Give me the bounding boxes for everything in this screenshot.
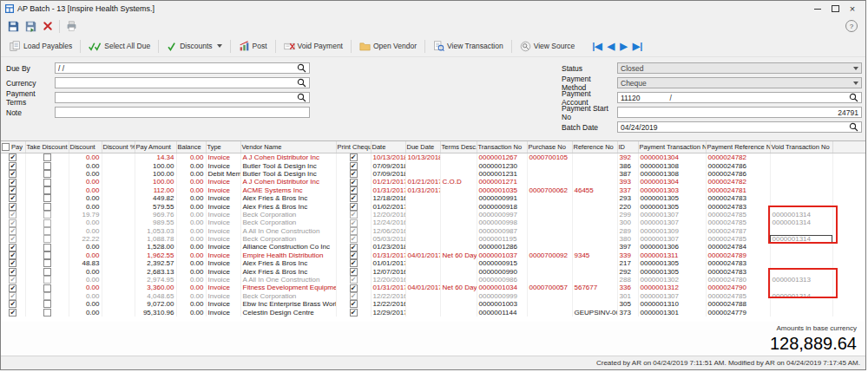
cell-pay-amount[interactable]: 2,392.57 xyxy=(135,259,176,267)
cell-payment-reference-no[interactable]: 0000024785 xyxy=(706,219,770,226)
currency-field[interactable] xyxy=(55,77,310,88)
cell-vendor[interactable]: Celestin Design Centre xyxy=(240,308,336,316)
col-header-discount-pct[interactable]: Discount % xyxy=(102,141,135,153)
cell-balance[interactable]: 0.00 xyxy=(176,153,206,162)
take-discount-checkbox[interactable] xyxy=(43,219,51,227)
cell-discount-pct[interactable] xyxy=(102,284,135,291)
cell-print-cheque[interactable]: ✔ xyxy=(336,300,371,308)
delete-button[interactable] xyxy=(39,18,56,34)
print-cheque-checkbox[interactable]: ✔ xyxy=(350,162,358,170)
cell-vendor[interactable]: Beck Corporation xyxy=(240,235,336,243)
cell-payment-transaction-no[interactable]: 0000001307 xyxy=(638,292,706,300)
table-row[interactable]: ✔0.004,048.650.00InvoiceBeck Corporation… xyxy=(1,292,865,300)
cell-pay[interactable]: ✔ xyxy=(1,219,25,226)
cell-purchase-no[interactable]: 0000700057 xyxy=(527,284,572,291)
search-icon[interactable] xyxy=(297,93,306,102)
cell-type[interactable]: Invoice xyxy=(206,161,240,169)
cell-purchase-no[interactable] xyxy=(527,292,572,300)
cell-id[interactable]: 373 xyxy=(617,308,638,316)
cell-id[interactable]: 336 xyxy=(617,284,638,291)
cell-date[interactable]: 12/22/2016 xyxy=(371,292,405,300)
cell-print-cheque[interactable]: ✔ xyxy=(336,267,371,275)
cell-id[interactable]: 300 xyxy=(617,219,638,226)
cell-print-cheque[interactable]: ✔ xyxy=(336,186,371,194)
cell-payment-transaction-no[interactable]: 0000001305 xyxy=(638,259,706,267)
cell-vendor[interactable]: A All In One Construction xyxy=(240,227,336,235)
cell-payment-transaction-no[interactable]: 0000001306 xyxy=(638,243,706,251)
cell-vendor[interactable]: Beck Corporation xyxy=(240,211,336,219)
search-icon[interactable] xyxy=(297,63,306,73)
cell-print-cheque[interactable]: ✔ xyxy=(336,202,371,210)
take-discount-checkbox[interactable] xyxy=(43,259,51,267)
cell-payment-transaction-no[interactable]: 0000001303 xyxy=(638,186,706,194)
cell-transaction-no[interactable]: 0000000991 xyxy=(477,194,527,202)
cell-date[interactable]: 12/20/2016 xyxy=(371,211,405,219)
table-row[interactable]: ✔0.0095,310.960.00InvoiceCelestin Design… xyxy=(1,308,865,316)
cell-terms[interactable] xyxy=(440,170,477,178)
cell-discount[interactable]: 0.00 xyxy=(69,243,102,251)
pay-checkbox[interactable]: ✔ xyxy=(9,211,16,219)
cell-pay[interactable]: ✔ xyxy=(1,292,25,300)
cell-payment-reference-no[interactable]: 0000024785 xyxy=(706,211,770,219)
note-field[interactable] xyxy=(55,107,310,118)
cell-reference-no[interactable]: 567677 xyxy=(572,284,617,291)
void-payment-button[interactable]: Void Payment xyxy=(279,37,348,55)
print-cheque-checkbox[interactable]: ✔ xyxy=(350,194,358,202)
payment-method-select[interactable]: Cheque xyxy=(617,77,862,88)
cell-id[interactable]: 393 xyxy=(617,178,638,186)
cell-terms[interactable] xyxy=(440,153,477,162)
cell-void-transaction-no[interactable] xyxy=(770,243,832,251)
cell-transaction-no[interactable]: 0000001034 xyxy=(477,284,527,291)
cell-pay-amount[interactable]: 112.00 xyxy=(135,186,176,194)
col-header-take-discount[interactable]: Take Discount xyxy=(25,141,69,153)
cell-pay-amount[interactable]: 9,072.00 xyxy=(135,300,176,308)
cell-due-date[interactable] xyxy=(405,235,440,243)
minimize-button[interactable] xyxy=(809,3,826,15)
cell-balance[interactable]: 0.00 xyxy=(176,170,206,178)
take-discount-checkbox[interactable] xyxy=(43,170,51,178)
print-cheque-checkbox[interactable]: ✔ xyxy=(350,309,358,317)
cell-balance[interactable]: 0.00 xyxy=(176,227,206,235)
cell-void-transaction-no[interactable] xyxy=(770,251,832,259)
cell-type[interactable]: Invoice xyxy=(206,300,240,308)
cell-terms[interactable]: Net 60 Days xyxy=(440,284,477,291)
cell-vendor[interactable]: Butler Tool & Design Inc xyxy=(240,161,336,169)
cell-vendor[interactable]: A J Cohen Distributor Inc xyxy=(240,153,336,162)
cell-pay[interactable]: ✔ xyxy=(1,227,25,235)
cell-transaction-no[interactable]: 0000001144 xyxy=(477,308,527,316)
cell-pay[interactable]: ✔ xyxy=(1,251,25,259)
cell-due-date[interactable] xyxy=(405,211,440,219)
cell-date[interactable]: 12/06/2016 xyxy=(371,227,405,235)
cell-date[interactable]: 01/01/2017 xyxy=(371,259,405,267)
cell-id[interactable]: 387 xyxy=(617,170,638,178)
table-row[interactable]: ✔0.00100.000.00Debit MemoButler Tool & D… xyxy=(1,170,865,178)
cell-transaction-no[interactable]: 0000001267 xyxy=(477,153,527,162)
cell-print-cheque[interactable]: ✔ xyxy=(336,284,371,291)
payment-account-field[interactable]: 11120 / xyxy=(617,92,862,103)
cell-discount[interactable]: 0.00 xyxy=(69,267,102,275)
view-transaction-button[interactable]: View Transaction xyxy=(428,37,509,55)
pay-checkbox[interactable]: ✔ xyxy=(9,170,16,178)
cell-terms[interactable] xyxy=(440,267,477,275)
cell-purchase-no[interactable] xyxy=(527,194,572,202)
col-header-payment-transaction-no[interactable]: Payment Transaction No xyxy=(638,141,706,153)
table-row[interactable]: ✔48.832,392.570.00InvoiceAlex Fries & Br… xyxy=(1,259,865,267)
cell-payment-reference-no[interactable]: 0000024786 xyxy=(706,170,770,178)
cell-id[interactable]: 301 xyxy=(617,292,638,300)
cell-pay[interactable]: ✔ xyxy=(1,202,25,210)
cell-vendor[interactable]: Butler Tool & Design Inc xyxy=(240,170,336,178)
cell-due-date[interactable] xyxy=(405,292,440,300)
take-discount-checkbox[interactable] xyxy=(43,292,51,300)
cell-due-date[interactable]: 01/31/2017 xyxy=(405,186,440,194)
cell-purchase-no[interactable] xyxy=(527,235,572,243)
cell-vendor[interactable]: Alex Fries & Bros Inc xyxy=(240,194,336,202)
cell-print-cheque[interactable]: ✔ xyxy=(336,235,371,243)
cell-payment-reference-no[interactable]: 0000024782 xyxy=(706,178,770,186)
pay-checkbox[interactable]: ✔ xyxy=(9,284,16,292)
cell-purchase-no[interactable] xyxy=(527,178,572,186)
cell-reference-no[interactable] xyxy=(572,276,617,284)
cell-pay[interactable]: ✔ xyxy=(1,284,25,291)
cell-payment-reference-no[interactable]: 0000024786 xyxy=(706,161,770,169)
print-cheque-checkbox[interactable]: ✔ xyxy=(350,244,358,251)
cell-discount-pct[interactable] xyxy=(102,235,135,243)
